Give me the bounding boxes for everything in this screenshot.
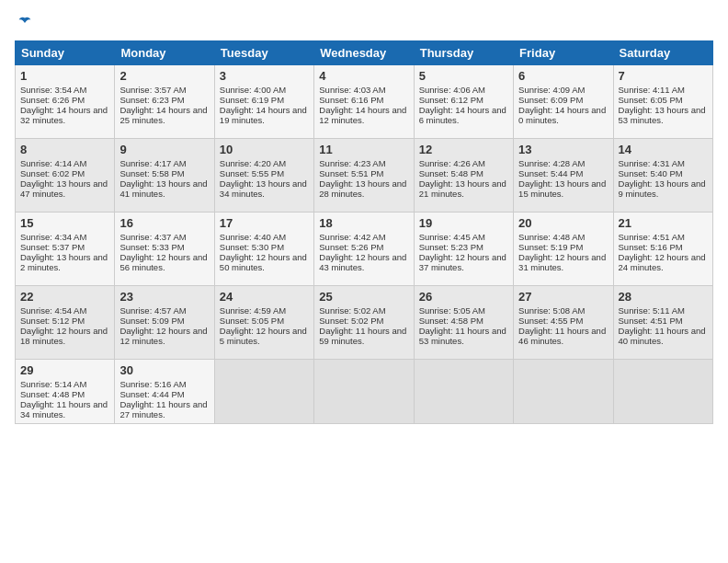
- sunrise-text: Sunrise: 4:31 AM: [619, 158, 685, 168]
- calendar-cell: 25 Sunrise: 5:02 AM Sunset: 5:02 PM Dayl…: [314, 286, 414, 360]
- sunset-text: Sunset: 5:40 PM: [619, 168, 683, 178]
- sunrise-text: Sunrise: 4:37 AM: [119, 232, 186, 242]
- day-number: 22: [20, 290, 109, 304]
- calendar-cell: 16 Sunrise: 4:37 AM Sunset: 5:33 PM Dayl…: [115, 213, 214, 286]
- page: Sunday Monday Tuesday Wednesday Thursday…: [0, 0, 728, 563]
- sunrise-text: Sunrise: 4:17 AM: [119, 158, 186, 168]
- header-sunday: Sunday: [16, 41, 115, 65]
- daylight-text: Daylight: 12 hours and 31 minutes.: [518, 252, 606, 272]
- day-number: 17: [220, 216, 309, 230]
- sunset-text: Sunset: 4:44 PM: [119, 389, 184, 399]
- calendar-cell: 26 Sunrise: 5:05 AM Sunset: 4:58 PM Dayl…: [414, 286, 513, 360]
- sunrise-text: Sunrise: 4:59 AM: [220, 305, 286, 316]
- sunrise-text: Sunrise: 3:57 AM: [119, 85, 186, 95]
- day-number: 23: [119, 290, 209, 304]
- sunset-text: Sunset: 5:12 PM: [20, 316, 85, 326]
- day-number: 8: [20, 143, 109, 156]
- sunrise-text: Sunrise: 3:54 AM: [20, 85, 86, 95]
- sunset-text: Sunset: 5:23 PM: [419, 242, 483, 252]
- sunset-text: Sunset: 6:16 PM: [319, 95, 383, 105]
- day-number: 11: [319, 143, 408, 156]
- day-number: 14: [619, 143, 708, 156]
- calendar-cell: 14 Sunrise: 4:31 AM Sunset: 5:40 PM Dayl…: [613, 139, 712, 213]
- daylight-text: Daylight: 11 hours and 34 minutes.: [20, 399, 108, 419]
- header-tuesday: Tuesday: [214, 41, 313, 65]
- sunrise-text: Sunrise: 4:40 AM: [220, 232, 286, 242]
- daylight-text: Daylight: 12 hours and 56 minutes.: [119, 252, 207, 272]
- sunset-text: Sunset: 5:16 PM: [619, 242, 683, 252]
- daylight-text: Daylight: 11 hours and 46 minutes.: [518, 326, 606, 346]
- day-number: 28: [619, 290, 708, 304]
- sunset-text: Sunset: 5:26 PM: [319, 242, 383, 252]
- daylight-text: Daylight: 12 hours and 12 minutes.: [119, 326, 207, 346]
- calendar-cell: 28 Sunrise: 5:11 AM Sunset: 4:51 PM Dayl…: [613, 286, 712, 360]
- calendar-cell: 9 Sunrise: 4:17 AM Sunset: 5:58 PM Dayli…: [115, 139, 214, 213]
- daylight-text: Daylight: 14 hours and 12 minutes.: [319, 105, 406, 125]
- sunset-text: Sunset: 6:12 PM: [419, 95, 483, 105]
- daylight-text: Daylight: 13 hours and 28 minutes.: [319, 178, 406, 199]
- sunrise-text: Sunrise: 5:02 AM: [319, 305, 385, 316]
- sunset-text: Sunset: 6:26 PM: [20, 95, 85, 105]
- daylight-text: Daylight: 13 hours and 2 minutes.: [20, 252, 108, 272]
- header-thursday: Thursday: [414, 41, 513, 65]
- sunrise-text: Sunrise: 4:45 AM: [419, 232, 485, 242]
- header-wednesday: Wednesday: [314, 41, 414, 65]
- day-number: 29: [20, 363, 109, 377]
- sunset-text: Sunset: 5:37 PM: [20, 242, 85, 252]
- day-number: 9: [119, 143, 209, 156]
- sunset-text: Sunset: 5:58 PM: [119, 168, 184, 178]
- calendar-cell: 10 Sunrise: 4:20 AM Sunset: 5:55 PM Dayl…: [214, 139, 313, 213]
- day-number: 3: [220, 69, 309, 83]
- calendar-cell: [514, 360, 613, 424]
- sunrise-text: Sunrise: 4:20 AM: [220, 158, 286, 168]
- daylight-text: Daylight: 13 hours and 15 minutes.: [518, 178, 606, 199]
- calendar-cell: 1 Sunrise: 3:54 AM Sunset: 6:26 PM Dayli…: [16, 65, 115, 139]
- daylight-text: Daylight: 12 hours and 50 minutes.: [220, 252, 307, 272]
- sunrise-text: Sunrise: 5:14 AM: [20, 379, 86, 389]
- sunset-text: Sunset: 5:33 PM: [119, 242, 184, 252]
- sunrise-text: Sunrise: 4:34 AM: [20, 232, 86, 242]
- calendar-cell: [214, 360, 313, 424]
- day-number: 4: [319, 69, 408, 83]
- weekday-header-row: Sunday Monday Tuesday Wednesday Thursday…: [16, 41, 713, 65]
- calendar-cell: 30 Sunrise: 5:16 AM Sunset: 4:44 PM Dayl…: [115, 360, 214, 424]
- daylight-text: Daylight: 14 hours and 0 minutes.: [518, 105, 606, 125]
- sunrise-text: Sunrise: 4:03 AM: [319, 85, 385, 95]
- calendar-cell: 20 Sunrise: 4:48 AM Sunset: 5:19 PM Dayl…: [514, 213, 613, 286]
- day-number: 24: [220, 290, 309, 304]
- calendar-cell: 21 Sunrise: 4:51 AM Sunset: 5:16 PM Dayl…: [613, 213, 712, 286]
- day-number: 7: [619, 69, 708, 83]
- daylight-text: Daylight: 12 hours and 24 minutes.: [619, 252, 706, 272]
- calendar-cell: 19 Sunrise: 4:45 AM Sunset: 5:23 PM Dayl…: [414, 213, 513, 286]
- sunrise-text: Sunrise: 5:16 AM: [119, 379, 186, 389]
- sunset-text: Sunset: 4:55 PM: [518, 316, 583, 326]
- daylight-text: Daylight: 13 hours and 41 minutes.: [119, 178, 207, 199]
- calendar-cell: 12 Sunrise: 4:26 AM Sunset: 5:48 PM Dayl…: [414, 139, 513, 213]
- calendar-cell: 6 Sunrise: 4:09 AM Sunset: 6:09 PM Dayli…: [514, 65, 613, 139]
- calendar-cell: 17 Sunrise: 4:40 AM Sunset: 5:30 PM Dayl…: [214, 213, 313, 286]
- sunset-text: Sunset: 4:58 PM: [419, 316, 483, 326]
- day-number: 6: [518, 69, 608, 83]
- sunrise-text: Sunrise: 4:48 AM: [518, 232, 585, 242]
- calendar-cell: [414, 360, 513, 424]
- daylight-text: Daylight: 11 hours and 59 minutes.: [319, 326, 406, 346]
- sunrise-text: Sunrise: 4:23 AM: [319, 158, 385, 168]
- sunset-text: Sunset: 5:30 PM: [220, 242, 284, 252]
- day-number: 21: [619, 216, 708, 230]
- calendar-cell: 22 Sunrise: 4:54 AM Sunset: 5:12 PM Dayl…: [16, 286, 115, 360]
- header-friday: Friday: [514, 41, 613, 65]
- sunset-text: Sunset: 5:02 PM: [319, 316, 383, 326]
- daylight-text: Daylight: 13 hours and 21 minutes.: [419, 178, 506, 199]
- sunrise-text: Sunrise: 4:14 AM: [20, 158, 86, 168]
- sunrise-text: Sunrise: 5:11 AM: [619, 305, 685, 316]
- logo-text: [15, 15, 33, 31]
- calendar-cell: 7 Sunrise: 4:11 AM Sunset: 6:05 PM Dayli…: [613, 65, 712, 139]
- day-number: 19: [419, 216, 508, 230]
- day-number: 1: [20, 69, 109, 83]
- daylight-text: Daylight: 12 hours and 5 minutes.: [220, 326, 307, 346]
- sunset-text: Sunset: 5:48 PM: [419, 168, 483, 178]
- day-number: 2: [119, 69, 209, 83]
- daylight-text: Daylight: 12 hours and 18 minutes.: [20, 326, 108, 346]
- daylight-text: Daylight: 14 hours and 19 minutes.: [220, 105, 307, 125]
- daylight-text: Daylight: 12 hours and 43 minutes.: [319, 252, 406, 272]
